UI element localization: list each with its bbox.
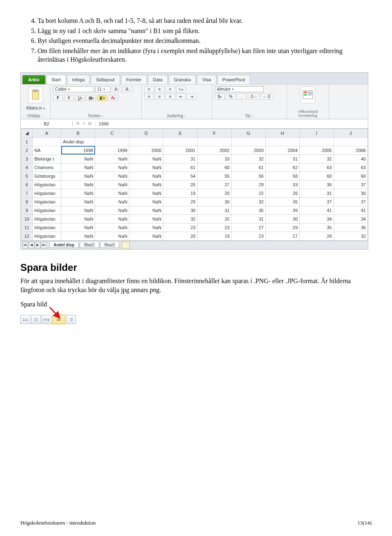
col-G[interactable]: G <box>232 129 265 137</box>
cell[interactable]: 55 <box>197 172 231 180</box>
row-header[interactable]: 8 <box>21 197 33 206</box>
tab-visa[interactable]: Visa <box>197 75 216 84</box>
cell[interactable]: 60 <box>334 172 368 180</box>
cell[interactable]: 34 <box>334 214 368 223</box>
cell[interactable] <box>33 137 61 146</box>
cell[interactable]: 35 <box>300 180 334 189</box>
cell[interactable]: Blekinge t <box>33 154 61 163</box>
conditional-formatting-icon[interactable] <box>301 86 315 103</box>
cell[interactable]: 32 <box>197 214 231 223</box>
cell[interactable]: 30 <box>197 197 231 206</box>
cell[interactable]: NaN <box>95 232 129 240</box>
font-color-button[interactable]: A▾ <box>108 95 118 101</box>
tab-formler[interactable]: Formler <box>121 75 147 84</box>
cell[interactable]: NaN <box>95 223 129 232</box>
italic-button[interactable]: K <box>64 95 74 101</box>
cell[interactable]: 36 <box>334 223 368 232</box>
row-header[interactable]: 11 <box>21 223 33 232</box>
align-left-icon[interactable]: ≡ <box>144 94 154 100</box>
cell[interactable]: 27 <box>232 223 265 232</box>
cell[interactable]: NA <box>33 146 61 154</box>
cell[interactable]: NaN <box>129 172 163 180</box>
col-D[interactable]: D <box>129 129 163 137</box>
cell[interactable]: 31 <box>163 154 197 163</box>
cell[interactable]: 1999 <box>95 146 129 154</box>
cell[interactable] <box>232 137 265 146</box>
col-H[interactable]: H <box>265 129 299 137</box>
indent-increase-icon[interactable]: ⇥ <box>187 94 196 100</box>
tab-start[interactable]: Start <box>46 75 66 84</box>
col-E[interactable]: E <box>163 129 197 137</box>
cell[interactable]: NaN <box>129 163 163 172</box>
cell[interactable]: Högskolan <box>33 206 61 214</box>
border-button[interactable]: ▦▾ <box>86 95 96 101</box>
cell[interactable]: 23 <box>232 232 265 240</box>
cell[interactable]: 23 <box>163 223 197 232</box>
cell[interactable]: 35 <box>232 206 265 214</box>
fx-icon[interactable]: fx <box>88 121 92 126</box>
cell[interactable]: 2005 <box>300 146 334 154</box>
cell[interactable]: 29 <box>265 223 299 232</box>
row-header[interactable]: 5 <box>21 172 33 180</box>
cell[interactable]: NaN <box>129 197 163 206</box>
sheet-last-icon[interactable]: ⏭ <box>41 242 47 248</box>
cell[interactable] <box>95 137 129 146</box>
row-header[interactable]: 4 <box>21 163 33 172</box>
cell[interactable]: 20 <box>163 232 197 240</box>
row-header[interactable]: 2 <box>21 146 33 154</box>
row-header[interactable]: 6 <box>21 180 33 189</box>
align-center-icon[interactable]: ≡ <box>155 94 165 100</box>
font-select[interactable]: Calibri▾ <box>53 86 94 92</box>
col-A[interactable]: A <box>33 129 61 137</box>
cell[interactable]: 60 <box>300 172 334 180</box>
tab-arkiv[interactable]: Arkiv <box>22 75 45 84</box>
cell[interactable]: 27 <box>197 180 231 189</box>
cell[interactable]: 35 <box>265 197 299 206</box>
cell[interactable] <box>129 137 163 146</box>
currency-icon[interactable]: $▾ <box>215 94 225 100</box>
cancel-icon[interactable]: ✕ <box>76 121 80 126</box>
cell[interactable]: NaN <box>61 163 95 172</box>
sheet-tab-2[interactable]: Blad2 <box>80 242 99 248</box>
cell[interactable]: NaN <box>129 206 163 214</box>
tab-data[interactable]: Data <box>148 75 168 84</box>
row-header[interactable]: 1 <box>21 137 33 146</box>
size-select[interactable]: 11▾ <box>95 86 111 92</box>
cell[interactable]: 2006 <box>334 146 368 154</box>
cell[interactable]: Högskolan <box>33 189 61 197</box>
align-bottom-icon[interactable]: ≡ <box>165 86 175 92</box>
cell[interactable]: Högskolan <box>33 223 61 232</box>
cell[interactable]: 41 <box>300 206 334 214</box>
cell[interactable]: NaN <box>95 180 129 189</box>
cell[interactable]: 62 <box>265 163 299 172</box>
cell[interactable]: NaN <box>129 189 163 197</box>
cell[interactable]: NaN <box>61 189 95 197</box>
cell[interactable]: 32 <box>163 214 197 223</box>
bold-button[interactable]: F <box>53 95 63 101</box>
cell[interactable]: NaN <box>129 223 163 232</box>
cell[interactable]: Göteborgs <box>33 172 61 180</box>
cell[interactable]: 32 <box>232 197 265 206</box>
zoom-1to1-icon[interactable]: 1:1 <box>20 315 30 324</box>
cell[interactable]: Chalmers <box>33 163 61 172</box>
cell[interactable]: NaN <box>95 172 129 180</box>
cell[interactable]: NaN <box>61 172 95 180</box>
cell[interactable]: 20 <box>197 189 231 197</box>
cell[interactable]: 40 <box>334 154 368 163</box>
cell[interactable] <box>197 137 231 146</box>
cell[interactable]: 39 <box>265 206 299 214</box>
cell[interactable]: Högskolan <box>33 214 61 223</box>
cell[interactable]: NaN <box>61 232 95 240</box>
select-all-corner[interactable]: ◢ <box>21 129 33 137</box>
cell[interactable]: 30 <box>334 189 368 197</box>
cell[interactable]: 61 <box>163 163 197 172</box>
cell[interactable]: 63 <box>300 163 334 172</box>
cell[interactable]: 1998 <box>61 146 95 154</box>
col-C[interactable]: C <box>95 129 129 137</box>
cell[interactable]: 27 <box>265 232 299 240</box>
cell[interactable]: 41 <box>334 206 368 214</box>
brackets-icon[interactable]: [ ] <box>31 315 41 324</box>
col-B[interactable]: B <box>61 129 95 137</box>
cell[interactable]: Andel disp <box>61 137 95 146</box>
enter-icon[interactable]: ✓ <box>82 121 86 126</box>
